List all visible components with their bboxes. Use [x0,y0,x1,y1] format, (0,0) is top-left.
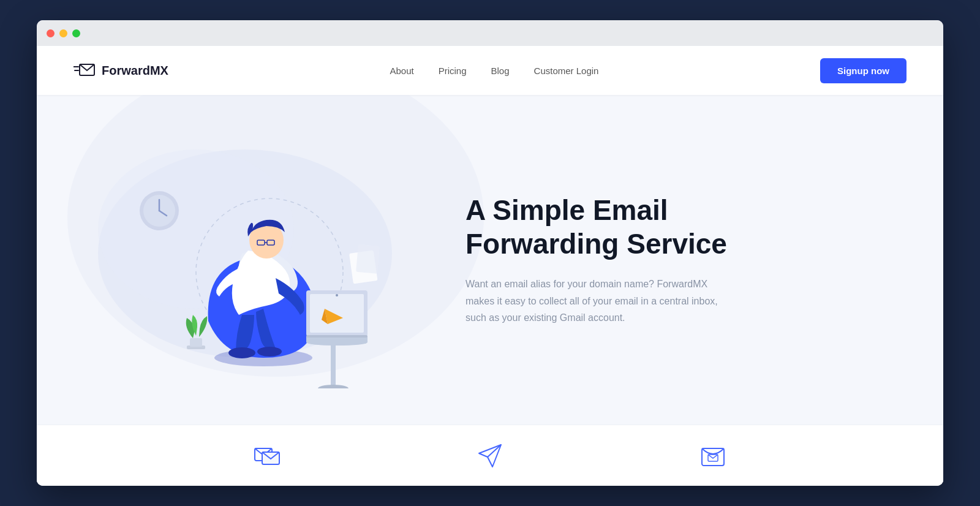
svg-rect-19 [331,339,336,388]
nav-about[interactable]: About [390,66,413,76]
browser-window: ForwardMX About Pricing Blog Customer Lo… [37,20,943,486]
svg-rect-26 [356,244,380,274]
send-icon [477,442,503,469]
close-dot[interactable] [47,29,55,37]
logo[interactable]: ForwardMX [74,62,168,79]
bottom-icons [37,425,943,486]
email-stack-icon [254,442,281,469]
logo-icon [74,62,96,79]
nav-blog[interactable]: Blog [491,66,510,76]
svg-point-20 [318,385,349,388]
nav-customer-login[interactable]: Customer Login [534,66,599,76]
hero-section: A Simple Email Forwarding Service Want a… [37,95,943,425]
logo-text: ForwardMX [102,64,168,78]
svg-point-24 [336,294,338,296]
svg-rect-23 [306,335,368,338]
signup-button[interactable]: Signup now [820,58,907,83]
nav-pricing[interactable]: Pricing [439,66,467,76]
svg-rect-22 [310,294,364,333]
svg-rect-18 [190,338,202,347]
svg-point-16 [257,347,282,357]
minimize-dot[interactable] [59,29,67,37]
hero-text: A Simple Email Forwarding Service Want a… [417,194,907,326]
browser-content: ForwardMX About Pricing Blog Customer Lo… [37,46,943,486]
hero-title: A Simple Email Forwarding Service [466,194,907,261]
inbox-icon [699,442,726,469]
navbar: ForwardMX About Pricing Blog Customer Lo… [37,46,943,95]
browser-titlebar [37,20,943,46]
nav-links: About Pricing Blog Customer Login [390,66,598,76]
maximize-dot[interactable] [72,29,80,37]
hero-subtitle: Want an email alias for your domain name… [466,276,735,326]
hero-illustration [74,131,417,388]
svg-point-15 [228,347,255,358]
